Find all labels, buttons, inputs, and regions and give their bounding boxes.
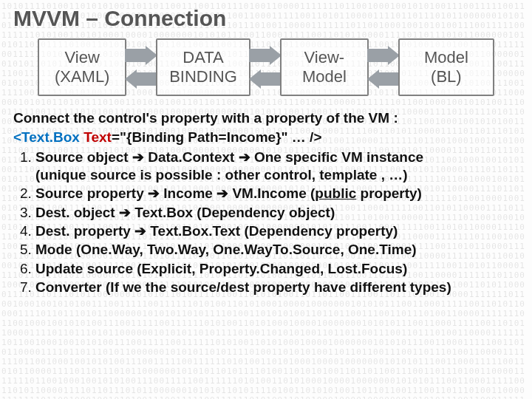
svg-marker-0 (125, 46, 157, 65)
box-binding-line2: BINDING (169, 67, 237, 86)
step-5: Mode (One.Way, Two.Way, One.WayTo.Source… (35, 241, 519, 259)
box-view-line2: (XAML) (55, 67, 110, 86)
step-7: Converter (If we the source/dest propert… (35, 279, 519, 296)
box-vm-line2: Model (302, 67, 347, 86)
box-model-line1: Model (424, 48, 468, 67)
arrow-left-icon (125, 69, 157, 89)
arrow-left-icon (249, 69, 282, 89)
steps-list: Source object ➔ Data.Context ➔ One speci… (13, 149, 519, 297)
step-2: Source property ➔ Income ➔ VM.Income (pu… (35, 185, 519, 202)
box-view-line1: View (65, 48, 100, 67)
box-view: View (XAML) (38, 38, 126, 96)
arrow-binding-vm (249, 46, 282, 89)
arrow-right-icon (249, 46, 282, 65)
code-tag: <Text.Box (13, 129, 83, 145)
svg-marker-1 (125, 69, 157, 89)
arrow-view-binding (125, 46, 157, 89)
step-1: Source object ➔ Data.Context ➔ One speci… (35, 149, 519, 185)
arrow-right-icon (367, 46, 400, 65)
box-databinding: DATA BINDING (156, 38, 250, 96)
code-rest: ="{Binding Path=Income}" … /> (112, 129, 322, 145)
svg-marker-2 (249, 46, 282, 65)
intro-text: Connect the control's property with a pr… (13, 110, 398, 126)
box-viewmodel: View- Model (280, 38, 369, 96)
page-title: MVVM – Connection (13, 6, 519, 31)
svg-marker-5 (367, 69, 400, 89)
arrow-left-icon (367, 69, 400, 89)
arrow-right-icon (125, 46, 157, 65)
svg-marker-4 (367, 46, 400, 65)
step-3: Dest. object ➔ Text.Box (Dependency obje… (35, 204, 519, 222)
mvvm-diagram: View (XAML) DATA BINDING View- Model Mod… (13, 38, 519, 96)
arrow-vm-model (367, 46, 400, 89)
code-attr: Text (83, 129, 112, 145)
box-vm-line1: View- (304, 48, 345, 67)
code-example: <Text.Box Text="{Binding Path=Income}" …… (13, 129, 519, 146)
step-1-sub: (unique source is possible : other contr… (35, 167, 408, 183)
box-binding-line1: DATA (183, 48, 223, 67)
box-model-line2: (BL) (431, 67, 462, 86)
step-6: Update source (Explicit, Property.Change… (35, 260, 519, 278)
svg-marker-3 (249, 69, 282, 89)
step-4: Dest. property ➔ Text.Box.Text (Dependen… (35, 222, 519, 240)
box-model: Model (BL) (398, 38, 494, 96)
